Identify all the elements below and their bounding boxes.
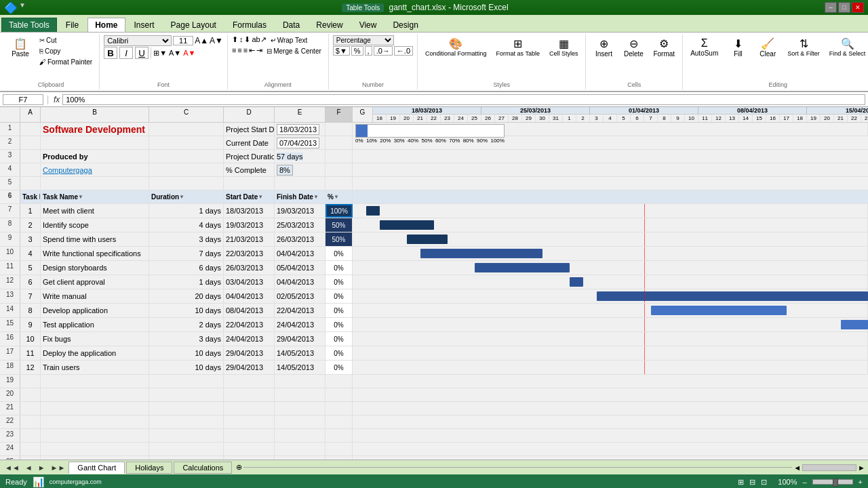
cell-c2[interactable] [149, 136, 224, 149]
cell-f2[interactable] [326, 136, 353, 149]
cell-c15[interactable]: 2 days [149, 318, 224, 331]
cell-b12[interactable]: Get client approval [41, 275, 149, 289]
cell-f11[interactable]: 0% [326, 261, 353, 274]
cell-e4[interactable]: 8% [275, 163, 326, 176]
cell-c20[interactable] [149, 388, 224, 401]
copy-button[interactable]: ⎘ Copy [37, 46, 95, 56]
cell-e2[interactable]: 07/04/2013 [275, 136, 326, 149]
cell-c4[interactable] [149, 163, 224, 176]
cell-f14[interactable]: 0% [326, 304, 353, 317]
cell-f5[interactable] [326, 177, 353, 190]
cell-b14[interactable]: Develop application [41, 304, 149, 317]
align-middle-button[interactable]: ↕ [239, 35, 243, 45]
cell-b17[interactable]: Deploy the application [41, 346, 149, 360]
cell-b6-task-name[interactable]: Task Name ▼ [41, 190, 149, 203]
sheet-tab-gantt[interactable]: Gantt Chart [68, 462, 125, 474]
cell-f15[interactable]: 0% [326, 318, 353, 331]
insert-button[interactable]: ⊕ Insert [590, 35, 617, 60]
cell-f19[interactable] [326, 375, 353, 388]
cell-d22[interactable] [224, 415, 275, 428]
fill-button[interactable]: ⬇ Fill [724, 35, 751, 60]
cell-b1[interactable]: Software Development [41, 123, 149, 136]
bold-button[interactable]: B [104, 47, 117, 59]
cell-c5[interactable] [149, 177, 224, 190]
cell-a21[interactable] [20, 402, 41, 415]
add-sheet-btn[interactable]: ⊕ [236, 463, 242, 472]
cell-f9[interactable]: 50% [326, 232, 353, 246]
col-header-g[interactable]: G [353, 107, 373, 122]
cell-e22[interactable] [275, 415, 326, 428]
cell-f13[interactable]: 0% [326, 289, 353, 303]
col-header-d[interactable]: D [224, 107, 275, 122]
align-bottom-button[interactable]: ⬇ [244, 35, 250, 45]
orient-text-button[interactable]: ab↗ [252, 35, 266, 45]
finish-dropdown[interactable]: ▼ [313, 194, 319, 200]
nav-next-btn[interactable]: ►► [49, 464, 68, 472]
cell-b21[interactable] [41, 402, 149, 415]
cell-f12[interactable]: 0% [326, 275, 353, 289]
cell-b19[interactable] [41, 375, 149, 388]
cell-c7[interactable]: 1 days [149, 204, 224, 218]
cell-c25[interactable] [149, 456, 224, 460]
cell-c6-duration[interactable]: Duration ▼ [149, 190, 224, 203]
cell-f17[interactable]: 0% [326, 346, 353, 360]
cell-e6-finish[interactable]: Finish Date ▼ [275, 190, 326, 203]
decrease-decimal-btn[interactable]: .0→ [374, 46, 393, 56]
start-dropdown[interactable]: ▼ [258, 194, 263, 200]
cell-d14[interactable]: 08/04/2013 [224, 304, 275, 317]
view-page-btn[interactable]: ⊡ [761, 478, 767, 487]
scroll-left-btn[interactable]: ◄ [793, 464, 801, 472]
cell-d17[interactable]: 29/04/2013 [224, 346, 275, 360]
cell-b20[interactable] [41, 388, 149, 401]
cell-b5[interactable] [41, 177, 149, 190]
tab-review[interactable]: Review [309, 18, 350, 32]
cell-a12[interactable]: 6 [20, 275, 41, 289]
cell-a17[interactable]: 11 [20, 346, 41, 360]
cell-c3[interactable] [149, 150, 224, 163]
h-scrollbar[interactable] [802, 464, 856, 471]
paste-button[interactable]: 📋 Paste [7, 35, 34, 60]
cell-c14[interactable]: 10 days [149, 304, 224, 317]
wrap-text-button[interactable]: ↵ Wrap Text [268, 35, 311, 45]
cell-a4[interactable] [20, 163, 41, 176]
number-format-select[interactable]: Percentage General Number Currency Date [333, 35, 394, 45]
tab-formulas[interactable]: Formulas [225, 18, 274, 32]
increase-font-icon[interactable]: A▲ [195, 36, 208, 45]
decrease-font-icon[interactable]: A▼ [210, 36, 223, 45]
scroll-right-btn[interactable]: ► [858, 464, 865, 472]
cell-e14[interactable]: 22/04/2013 [275, 304, 326, 317]
cell-a3[interactable] [20, 150, 41, 163]
cell-e15[interactable]: 24/04/2013 [275, 318, 326, 331]
cell-b25[interactable] [41, 456, 149, 460]
cut-button[interactable]: ✂ Cut [37, 35, 95, 45]
cell-b9[interactable]: Spend time with users [41, 232, 149, 246]
nav-prev-btn[interactable]: ◄◄ [3, 464, 22, 472]
cell-a22[interactable] [20, 415, 41, 428]
font-name-select[interactable]: Calibri [104, 35, 172, 46]
cell-d15[interactable]: 22/04/2013 [224, 318, 275, 331]
cell-a15[interactable]: 9 [20, 318, 41, 331]
cell-e8[interactable]: 25/03/2013 [275, 218, 326, 232]
nav-back-btn[interactable]: ◄ [23, 464, 35, 472]
comma-style-btn[interactable]: , [365, 46, 372, 56]
border-button[interactable]: ⊞▼ [153, 49, 167, 58]
delete-button[interactable]: ⊖ Delete [620, 35, 647, 60]
cell-e3[interactable]: 57 days [275, 150, 326, 163]
cell-a16[interactable]: 10 [20, 332, 41, 346]
cell-d6-start[interactable]: Start Date ▼ [224, 190, 275, 203]
autosum-button[interactable]: Σ AutoSum [687, 35, 722, 59]
minimize-btn[interactable]: – [825, 2, 837, 13]
cell-b24[interactable] [41, 443, 149, 455]
cell-f1[interactable] [326, 123, 353, 136]
align-center-button[interactable]: ≡ [237, 46, 241, 56]
cell-f3[interactable] [326, 150, 353, 163]
font-size-input[interactable] [173, 36, 193, 45]
cell-a14[interactable]: 8 [20, 304, 41, 317]
cell-f6-pct[interactable]: % ▼ [326, 190, 353, 203]
cell-b18[interactable]: Train users [41, 361, 149, 374]
cell-d3[interactable]: Project Duration [224, 150, 275, 163]
cell-b3[interactable]: Produced by [41, 150, 149, 163]
cell-b10[interactable]: Write functional specifications [41, 247, 149, 260]
decrease-indent-button[interactable]: ⇤ [249, 46, 255, 56]
zoom-increase-btn[interactable]: + [859, 478, 863, 486]
